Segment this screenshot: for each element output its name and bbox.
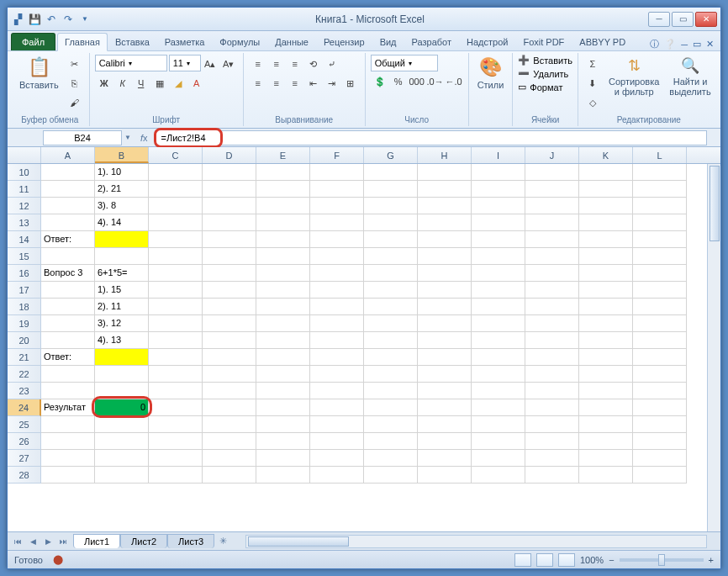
vertical-scrollbar[interactable] [707,164,720,531]
cell-A23[interactable] [41,383,95,399]
cell-K11[interactable] [579,181,633,198]
sheet-nav-first-icon[interactable]: ⏮ [11,535,24,548]
tab-view[interactable]: Вид [372,33,404,50]
cell-H26[interactable] [418,433,472,450]
cell-B11[interactable]: 2). 21 [95,181,149,198]
cell-A15[interactable] [41,248,95,265]
cell-D26[interactable] [203,433,256,450]
sort-filter-button[interactable]: ⇅Сортировка и фильтр [605,55,662,98]
cell-L16[interactable] [633,265,687,282]
row-header-14[interactable]: 14 [8,231,41,248]
fill-icon[interactable]: ⬇ [584,75,601,92]
cell-H11[interactable] [418,181,472,198]
zoom-level[interactable]: 100% [580,555,604,565]
inner-close-icon[interactable]: ✕ [706,39,714,50]
cell-K13[interactable] [579,214,633,231]
cell-D19[interactable] [203,315,256,332]
cell-H16[interactable] [418,265,472,282]
cell-F18[interactable] [310,299,364,315]
font-name-select[interactable]: Calibri▾ [95,55,167,71]
cell-E10[interactable] [256,164,310,181]
cell-E17[interactable] [256,282,310,299]
cell-E13[interactable] [256,214,310,231]
cells[interactable]: 1). 102). 213). 84). 14Ответ:Вопрос 36+1… [41,164,720,531]
cell-B25[interactable] [95,416,149,433]
cell-G28[interactable] [364,467,418,484]
cell-K23[interactable] [579,383,633,399]
cell-B10[interactable]: 1). 10 [95,164,149,181]
cell-B13[interactable]: 4). 14 [95,214,149,231]
cell-A28[interactable] [41,467,95,484]
cell-H25[interactable] [418,416,472,433]
tab-data[interactable]: Данные [267,33,316,50]
cut-icon[interactable]: ✂ [66,55,83,72]
cell-J27[interactable] [525,450,579,467]
vscroll-thumb[interactable] [710,166,720,241]
cell-H28[interactable] [418,467,472,484]
cell-I18[interactable] [472,299,525,315]
maximize-button[interactable]: ▭ [672,12,694,27]
cell-L14[interactable] [633,231,687,248]
tab-formulas[interactable]: Формулы [212,33,267,50]
cell-L21[interactable] [633,349,687,366]
cell-C11[interactable] [149,181,203,198]
cell-B23[interactable] [95,383,149,399]
ribbon-minimize-icon[interactable]: ⓘ [650,38,659,50]
cell-A13[interactable] [41,214,95,231]
tab-file[interactable]: Файл [11,33,55,50]
clear-icon[interactable]: ◇ [584,94,601,111]
cell-L20[interactable] [633,332,687,349]
macro-record-icon[interactable]: ⬤ [53,554,63,565]
cell-B14[interactable] [95,231,149,248]
cell-E25[interactable] [256,416,310,433]
italic-icon[interactable]: К [114,75,131,92]
inner-restore-icon[interactable]: ▭ [693,39,701,50]
cell-J14[interactable] [525,231,579,248]
cell-C16[interactable] [149,265,203,282]
cell-G22[interactable] [364,366,418,383]
sheet-nav-prev-icon[interactable]: ◀ [26,535,40,548]
cell-K26[interactable] [579,433,633,450]
cell-I11[interactable] [472,181,525,198]
cell-B20[interactable]: 4). 13 [95,332,149,349]
align-center-icon[interactable]: ≡ [268,75,285,92]
cell-F27[interactable] [310,450,364,467]
tab-insert[interactable]: Вставка [108,33,157,50]
cell-A11[interactable] [41,181,95,198]
new-sheet-icon[interactable]: ✳ [214,536,232,547]
cell-F20[interactable] [310,332,364,349]
increase-indent-icon[interactable]: ⇥ [324,75,340,92]
cell-J22[interactable] [525,366,579,383]
orientation-icon[interactable]: ⟲ [305,55,322,72]
cell-K22[interactable] [579,366,633,383]
cell-L28[interactable] [633,467,687,484]
cell-E11[interactable] [256,181,310,198]
col-header-F[interactable]: F [310,147,364,163]
cell-H14[interactable] [418,231,472,248]
cell-C25[interactable] [149,416,203,433]
cell-A26[interactable] [41,433,95,450]
cell-B24[interactable]: 0 [95,399,149,416]
row-header-18[interactable]: 18 [8,299,41,315]
cell-B21[interactable] [95,349,149,366]
cell-B12[interactable]: 3). 8 [95,198,149,214]
cell-L27[interactable] [633,450,687,467]
cell-G21[interactable] [364,349,418,366]
decrease-font-icon[interactable]: A▾ [220,55,237,72]
cell-D12[interactable] [203,198,256,214]
cell-C22[interactable] [149,366,203,383]
cell-F14[interactable] [310,231,364,248]
bold-icon[interactable]: Ж [96,75,113,92]
cell-E15[interactable] [256,248,310,265]
col-header-A[interactable]: A [41,147,95,163]
namebox-dropdown-icon[interactable]: ▼ [122,134,134,141]
sheet-tab-1[interactable]: Лист1 [73,534,120,548]
zoom-out-icon[interactable]: − [609,555,614,565]
cell-J15[interactable] [525,248,579,265]
cell-D28[interactable] [203,467,256,484]
cell-E12[interactable] [256,198,310,214]
cell-J21[interactable] [525,349,579,366]
align-bottom-icon[interactable]: ≡ [287,55,303,72]
cell-E16[interactable] [256,265,310,282]
cell-D17[interactable] [203,282,256,299]
